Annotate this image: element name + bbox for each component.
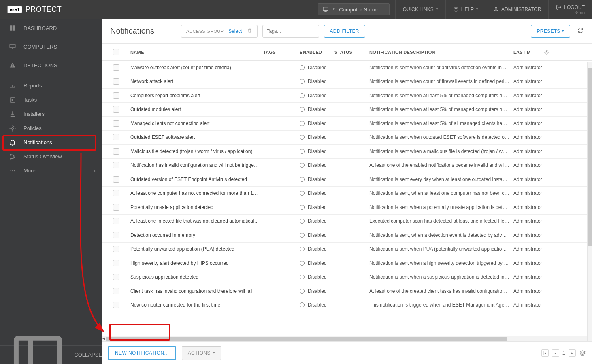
table-row[interactable]: Outdated ESET software alertDisabledNoti…: [102, 131, 592, 145]
row-checkbox[interactable]: [113, 78, 119, 85]
row-checkbox[interactable]: [113, 288, 119, 294]
row-checkbox[interactable]: [113, 204, 119, 211]
row-checkbox[interactable]: [113, 134, 119, 140]
row-checkbox[interactable]: [113, 64, 119, 71]
table-row[interactable]: Outdated modules alertDisabledNotificati…: [102, 103, 592, 117]
table-row[interactable]: New computer connected for the first tim…: [102, 298, 592, 313]
cell-enabled: Disabled: [300, 232, 334, 238]
cell-description: At least one of the created client tasks…: [369, 288, 513, 294]
column-header-tags[interactable]: TAGS: [263, 50, 300, 55]
row-checkbox[interactable]: [113, 218, 119, 224]
column-header-description[interactable]: NOTIFICATION DESCRIPTION: [369, 50, 513, 55]
cell-name: Notification has invalid configuration a…: [130, 162, 263, 168]
access-group-selector[interactable]: ACCESS GROUP Select: [181, 25, 258, 38]
cell-enabled: Disabled: [300, 65, 334, 70]
row-checkbox[interactable]: [113, 190, 119, 196]
admin-menu[interactable]: ADMINISTRATOR: [486, 0, 548, 19]
table-row[interactable]: At least one computer has not connected …: [102, 187, 592, 201]
cell-name: Potentially unsafe application detected: [130, 204, 263, 210]
sidebar-item-notifications[interactable]: Notifications: [0, 135, 102, 149]
table-row[interactable]: Potentially unwanted application (PUA) d…: [102, 243, 592, 257]
pager-prev-button[interactable]: ◂: [552, 349, 559, 357]
row-checkbox[interactable]: [113, 106, 119, 113]
table-row[interactable]: High severity alert detected by HIPS occ…: [102, 256, 592, 270]
row-checkbox[interactable]: [113, 92, 119, 99]
presets-button[interactable]: PRESETS ▾: [531, 25, 570, 38]
horizontal-scrollbar[interactable]: ◀▶: [102, 336, 592, 341]
row-checkbox[interactable]: [113, 274, 119, 280]
sidebar-item-installers[interactable]: Installers: [0, 107, 102, 121]
cell-description: At least one of the enabled notification…: [369, 162, 513, 168]
table-row[interactable]: Client task has invalid configuration an…: [102, 284, 592, 298]
column-settings-icon[interactable]: [538, 44, 555, 60]
table-row[interactable]: Detection occurred in memoryDisabledNoti…: [102, 228, 592, 243]
table-row[interactable]: Network attack alertDisabledNotification…: [102, 75, 592, 89]
cell-name: Outdated version of ESET Endpoint Antivi…: [130, 177, 263, 182]
help-menu[interactable]: HELP ▾: [445, 0, 486, 19]
column-header-name[interactable]: NAME: [130, 50, 263, 55]
tags-filter[interactable]: ▾: [262, 25, 319, 38]
sidebar-collapse-button[interactable]: COLLAPSE: [0, 345, 102, 364]
sidebar-item-dashboard[interactable]: DASHBOARD: [0, 19, 102, 37]
row-checkbox[interactable]: [113, 246, 119, 252]
row-checkbox[interactable]: [113, 162, 119, 168]
sidebar-item-computers[interactable]: COMPUTERS: [0, 37, 102, 56]
cell-description: Notification is sent when at least 5% of…: [369, 93, 513, 98]
chart-icon: [9, 82, 16, 89]
pager-next-button[interactable]: ▸: [569, 349, 576, 357]
cell-description: Notification is sent, when at least one …: [369, 190, 513, 196]
computer-name-selector[interactable]: ▾ Computer Name: [318, 3, 389, 15]
sidebar-item-more[interactable]: More ›: [0, 164, 102, 178]
new-notification-button[interactable]: NEW NOTIFICATION...: [108, 346, 176, 360]
row-checkbox[interactable]: [113, 120, 119, 127]
row-checkbox[interactable]: [113, 302, 119, 308]
cell-last-modified-by: Administrator: [513, 121, 538, 126]
cell-name: Malware outbreak alert (count per time c…: [130, 65, 263, 70]
table-body: Malware outbreak alert (count per time c…: [102, 61, 592, 336]
add-panel-icon[interactable]: [161, 29, 166, 34]
table-row[interactable]: Computers report problems alertDisabledN…: [102, 89, 592, 103]
table-row[interactable]: At least one infected file that was not …: [102, 215, 592, 229]
table-row[interactable]: Notification has invalid configuration a…: [102, 159, 592, 173]
refresh-icon[interactable]: [575, 25, 586, 37]
topbar: eseT PROTECT ▾ Computer Name QUICK LINKS…: [0, 0, 592, 19]
tags-input[interactable]: [263, 28, 332, 34]
cell-last-modified-by: Administrator: [513, 134, 538, 140]
row-checkbox[interactable]: [113, 260, 119, 266]
table-row[interactable]: Malware outbreak alert (count per time c…: [102, 61, 592, 75]
monitor-icon: [322, 6, 329, 13]
select-all-checkbox[interactable]: [113, 49, 119, 55]
chevron-right-icon: ›: [94, 168, 96, 174]
sidebar-item-detections[interactable]: DETECTIONS: [0, 56, 102, 75]
layers-icon[interactable]: [579, 349, 586, 357]
quick-links-menu[interactable]: QUICK LINKS ▾: [395, 0, 445, 19]
vertical-scrollbar[interactable]: [587, 62, 592, 341]
sidebar-label: Notifications: [23, 139, 52, 145]
logout-button[interactable]: LOGOUT >9 min: [548, 0, 592, 19]
add-filter-button[interactable]: ADD FILTER: [324, 25, 365, 38]
sidebar-item-policies[interactable]: Policies: [0, 121, 102, 135]
column-header-last[interactable]: LAST M: [513, 50, 538, 55]
sidebar-item-tasks[interactable]: Tasks: [0, 93, 102, 107]
table-row[interactable]: Malicious file detected (trojan / worm /…: [102, 145, 592, 159]
sidebar-item-status[interactable]: Status Overview: [0, 149, 102, 164]
row-checkbox[interactable]: [113, 232, 119, 238]
column-header-status[interactable]: STATUS: [334, 50, 369, 55]
table-row[interactable]: Suspicious application detectedDisabledN…: [102, 270, 592, 285]
column-header-enabled[interactable]: ENABLED: [300, 50, 334, 55]
row-checkbox[interactable]: [113, 176, 119, 183]
sidebar-item-reports[interactable]: Reports: [0, 79, 102, 93]
cell-enabled: Disabled: [300, 93, 334, 98]
dots-icon: [9, 167, 16, 175]
row-checkbox[interactable]: [113, 148, 119, 155]
trash-icon[interactable]: [247, 28, 252, 34]
actions-button[interactable]: ACTIONS ▾: [182, 346, 221, 360]
table-row[interactable]: Outdated version of ESET Endpoint Antivi…: [102, 172, 592, 187]
pager-first-button[interactable]: |◂: [541, 349, 549, 357]
cell-enabled: Disabled: [300, 288, 334, 294]
table-row[interactable]: Managed clients not connecting alertDisa…: [102, 117, 592, 131]
svg-rect-16: [16, 338, 60, 364]
access-group-select-link[interactable]: Select: [228, 28, 242, 34]
radio-icon: [300, 191, 305, 196]
table-row[interactable]: Potentially unsafe application detectedD…: [102, 200, 592, 215]
